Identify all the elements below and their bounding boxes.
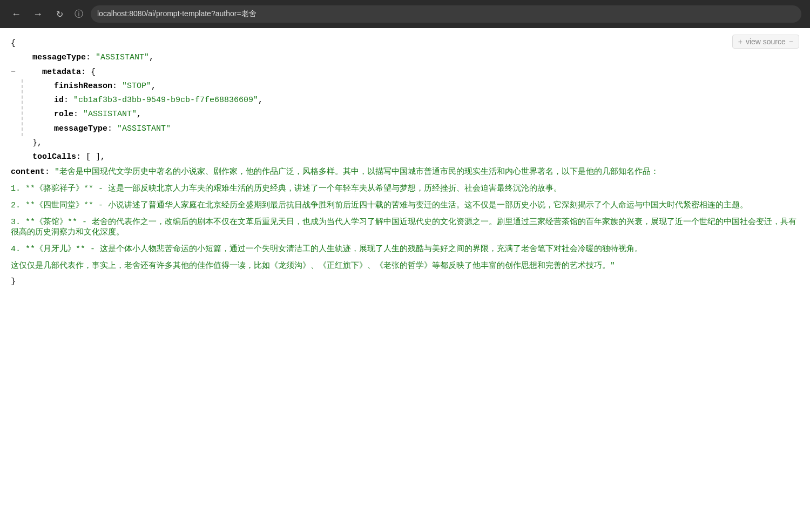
view-source-minus: − — [789, 37, 793, 46]
close-brace-line: } — [11, 275, 799, 289]
metadata-message-type-key: messageType — [54, 124, 107, 133]
content-area: + view source − { messageType: "ASSISTAN… — [0, 28, 810, 532]
open-brace: { — [11, 39, 16, 48]
role-val: "ASSISTANT" — [83, 110, 137, 119]
content-colon: : — [45, 167, 55, 177]
id-key: id — [54, 96, 64, 105]
tool-calls-line: toolCalls: [ ], — [32, 150, 799, 164]
metadata-close-line: }, — [32, 136, 799, 150]
role-key: role — [54, 110, 73, 119]
metadata-block: finishReason: "STOP", id: "cb1af3b3-d3bb… — [22, 79, 799, 136]
content-paragraph-4: 4. **《月牙儿》** - 这是个体小人物悲苦命运的小短篇，通过一个失明女清洁… — [11, 244, 799, 254]
finish-reason-key: finishReason — [54, 82, 112, 91]
info-icon: ⓘ — [73, 9, 84, 19]
finish-reason-line: finishReason: "STOP", — [32, 79, 799, 93]
url-text: localhost:8080/ai/prompt-template?author… — [97, 9, 256, 19]
content-block: content: "老舍是中国现代文学历史中著名的小说家、剧作家，他的作品广泛，… — [11, 166, 799, 271]
view-source-plus: + — [738, 37, 742, 46]
metadata-line: − metadata: { — [11, 65, 799, 79]
view-source-button[interactable]: + view source − — [732, 35, 799, 49]
open-brace-line: { — [11, 37, 799, 51]
browser-chrome: ← → ↻ ⓘ localhost:8080/ai/prompt-templat… — [0, 0, 810, 28]
back-button[interactable]: ← — [9, 6, 24, 22]
content-paragraph-1: 1. **《骆驼祥子》** - 这是一部反映北京人力车夫的艰难生活的历史经典，讲… — [11, 183, 799, 193]
content-key: content — [11, 167, 45, 177]
view-source-label: view source — [746, 37, 786, 46]
message-type-val: "ASSISTANT" — [96, 53, 149, 62]
message-type-line: messageType: "ASSISTANT", — [32, 51, 799, 65]
tool-calls-key: toolCalls — [32, 152, 76, 161]
id-line: id: "cb1af3b3-d3bb-9549-b9cb-f7fe6883660… — [32, 93, 799, 107]
close-brace: } — [11, 277, 16, 286]
json-display: { messageType: "ASSISTANT", − metadata: … — [11, 35, 799, 289]
metadata-message-type-val: "ASSISTANT" — [117, 124, 171, 133]
id-val: "cb1af3b3-d3bb-9549-b9cb-f7fe68836609" — [73, 96, 258, 105]
finish-reason-val: "STOP" — [122, 82, 151, 91]
role-line: role: "ASSISTANT", — [32, 107, 799, 122]
content-paragraph-5: 这仅仅是几部代表作，事实上，老舍还有许多其他的佳作值得一读，比如《龙须沟》、《正… — [11, 260, 799, 271]
metadata-message-type-line: messageType: "ASSISTANT" — [32, 122, 799, 136]
content-val: "老舍是中国现代文学历史中著名的小说家、剧作家，他的作品广泛，风格多样。其中，以… — [55, 167, 659, 177]
reload-button[interactable]: ↻ — [52, 6, 67, 22]
metadata-key: metadata — [42, 68, 81, 77]
collapse-toggle[interactable]: − — [11, 68, 16, 77]
content-paragraph-3: 3. **《茶馆》** - 老舍的代表作之一，改编后的剧本不仅在文革后重见天日，… — [11, 217, 799, 237]
content-paragraph-2: 2. **《四世同堂》** - 小说讲述了普通华人家庭在北京经历全盛期到最后抗日… — [11, 200, 799, 210]
address-bar[interactable]: localhost:8080/ai/prompt-template?author… — [91, 5, 801, 23]
forward-button[interactable]: → — [30, 6, 45, 22]
metadata-close: }, — [32, 138, 42, 147]
message-type-key: messageType — [32, 53, 86, 62]
